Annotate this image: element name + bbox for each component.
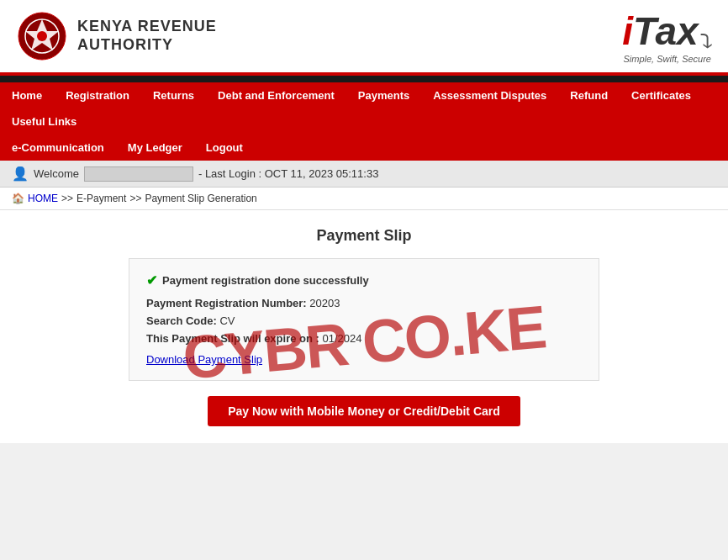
content-wrapper: CYBR CO.KE ✔ Payment registration done s… (17, 258, 711, 426)
search-code-label: Search Code: (146, 314, 217, 327)
expiry-label: This Payment Slip will expire on : (146, 332, 319, 345)
kra-logo-icon (17, 11, 67, 61)
search-code-row: Search Code: CV (146, 314, 582, 327)
breadcrumb-current: Payment Slip Generation (145, 193, 256, 204)
org-name: Kenya Revenue Authority (77, 18, 217, 54)
svg-point-3 (37, 31, 47, 41)
itax-brand-i: i (622, 9, 633, 53)
success-message: Payment registration done successfully (162, 274, 369, 287)
black-divider (0, 76, 728, 82)
welcome-bar: 👤 Welcome - Last Login : OCT 11, 2023 05… (0, 161, 728, 188)
nav-row-2: e-Communication My Ledger Logout (0, 135, 728, 161)
main-content: Payment Slip CYBR CO.KE ✔ Payment regist… (0, 210, 728, 443)
reg-number-row: Payment Registration Number: 20203 (146, 297, 582, 309)
last-login-text: - Last Login : OCT 11, 2023 05:11:33 (198, 167, 378, 180)
nav-payments[interactable]: Payments (346, 82, 421, 108)
nav-registration[interactable]: Registration (54, 82, 141, 108)
itax-swoosh-icon: ⤵ (699, 30, 714, 52)
org-name-line2: Authority (77, 36, 217, 55)
logo-section: Kenya Revenue Authority (17, 11, 217, 61)
nav-e-communication[interactable]: e-Communication (0, 135, 116, 161)
breadcrumb-epayment: E-Payment (76, 193, 126, 204)
breadcrumb-home[interactable]: HOME (28, 193, 58, 204)
nav-certificates[interactable]: Certificates (620, 82, 703, 108)
tagline: Simple, Swift, Secure (622, 54, 711, 64)
reg-number-value: 20203 (309, 297, 340, 309)
success-icon: ✔ (146, 272, 157, 288)
nav-logout[interactable]: Logout (194, 135, 255, 161)
org-name-line1: Kenya Revenue (77, 18, 217, 36)
reg-number-label: Payment Registration Number: (146, 297, 307, 309)
home-icon: 🏠 (12, 193, 24, 204)
page-title: Payment Slip (17, 227, 711, 245)
header: Kenya Revenue Authority iTax ⤵ Simple, S… (0, 0, 728, 76)
expiry-value: 01/2024 (323, 332, 362, 345)
nav-home[interactable]: Home (0, 82, 54, 108)
breadcrumb-sep2: >> (129, 193, 141, 204)
pay-now-button[interactable]: Pay Now with Mobile Money or Credit/Debi… (208, 396, 520, 426)
nav-refund[interactable]: Refund (558, 82, 620, 108)
nav-assessment-disputes[interactable]: Assessment Disputes (421, 82, 558, 108)
itax-brand-tax: Tax (633, 9, 699, 53)
welcome-label: Welcome (34, 167, 79, 180)
user-icon: 👤 (12, 166, 29, 182)
search-code-value: CV (219, 314, 235, 327)
nav-debt-enforcement[interactable]: Debt and Enforcement (206, 82, 346, 108)
expiry-row: This Payment Slip will expire on : 01/20… (146, 332, 582, 345)
nav-useful-links[interactable]: Useful Links (0, 108, 88, 135)
nav-returns[interactable]: Returns (141, 82, 206, 108)
breadcrumb-sep1: >> (61, 193, 73, 204)
breadcrumb: 🏠 HOME >> E-Payment >> Payment Slip Gene… (0, 188, 728, 210)
itax-logo: iTax ⤵ Simple, Swift, Secure (622, 8, 711, 64)
download-payment-slip-link[interactable]: Download Payment Slip (146, 353, 262, 366)
nav-my-ledger[interactable]: My Ledger (116, 135, 194, 161)
success-header: ✔ Payment registration done successfully (146, 272, 582, 288)
nav-row-1: Home Registration Returns Debt and Enfor… (0, 82, 728, 135)
success-box: ✔ Payment registration done successfully… (129, 258, 599, 381)
username-display (84, 166, 193, 182)
pay-button-wrapper: Pay Now with Mobile Money or Credit/Debi… (17, 396, 711, 426)
